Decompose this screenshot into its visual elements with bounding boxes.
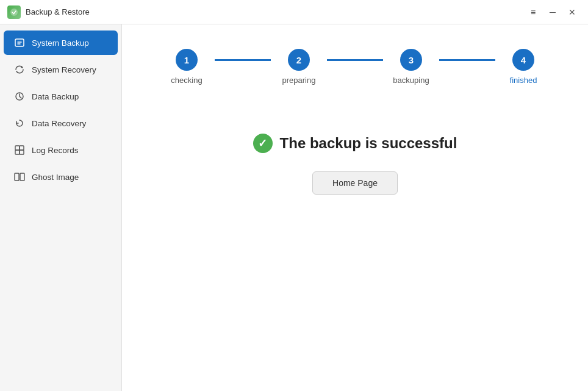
success-message: ✓ The backup is successful (253, 134, 457, 153)
svg-rect-5 (15, 150, 20, 154)
sidebar-item-system-recovery[interactable]: System Recovery (4, 57, 118, 82)
step-label-4: finished (510, 76, 537, 85)
step-connector-3-4 (439, 59, 495, 61)
main-layout: System Backup System Recovery Data Backu… (0, 24, 588, 391)
sidebar-item-data-backup[interactable]: Data Backup (4, 84, 118, 109)
app-title: Backup & Restore (26, 7, 90, 16)
step-connector-2-3 (327, 59, 383, 61)
svg-rect-4 (20, 146, 24, 150)
sidebar-item-data-recovery[interactable]: Data Recovery (4, 111, 118, 135)
log-records-icon (13, 144, 26, 156)
sidebar-item-log-records[interactable]: Log Records (4, 138, 118, 162)
svg-rect-8 (20, 173, 24, 181)
sidebar-label-system-backup: System Backup (32, 38, 89, 48)
content-area: 1 checking 2 preparing 3 backuping (122, 24, 588, 391)
step-circle-1: 1 (176, 49, 198, 71)
svg-rect-6 (20, 150, 24, 154)
sidebar-item-system-backup[interactable]: System Backup (4, 30, 118, 55)
step-1: 1 checking (159, 49, 215, 85)
step-label-3: backuping (393, 76, 429, 85)
step-label-1: checking (171, 76, 202, 85)
close-button[interactable]: ✕ (564, 5, 581, 19)
menu-button[interactable]: ≡ (525, 5, 542, 19)
step-2: 2 preparing (271, 49, 327, 85)
system-backup-icon (13, 37, 26, 49)
title-bar-left: Backup & Restore (7, 5, 90, 19)
step-label-2: preparing (282, 76, 316, 85)
sidebar-label-log-records: Log Records (32, 146, 79, 155)
step-4: 4 finished (495, 49, 551, 85)
success-area: ✓ The backup is successful Home Page (253, 134, 457, 195)
app-icon (7, 5, 21, 19)
check-icon: ✓ (253, 134, 273, 153)
data-recovery-icon (13, 117, 26, 129)
data-backup-icon (13, 90, 26, 102)
sidebar-label-data-backup: Data Backup (32, 92, 79, 101)
step-circle-2: 2 (288, 49, 310, 71)
title-bar: Backup & Restore ≡ ─ ✕ (0, 0, 588, 24)
step-circle-4: 4 (512, 49, 534, 71)
svg-point-0 (10, 9, 18, 16)
svg-rect-7 (15, 173, 19, 181)
step-3: 3 backuping (383, 49, 439, 85)
success-text: The backup is successful (280, 135, 457, 152)
system-recovery-icon (13, 63, 26, 76)
step-connector-1-2 (215, 59, 271, 61)
svg-rect-1 (15, 39, 24, 46)
sidebar: System Backup System Recovery Data Backu… (0, 24, 122, 391)
window-controls: ≡ ─ ✕ (525, 5, 581, 19)
ghost-image-icon (13, 171, 26, 183)
step-circle-3: 3 (400, 49, 422, 71)
home-page-button[interactable]: Home Page (312, 171, 398, 195)
sidebar-label-ghost-image: Ghost Image (32, 173, 79, 182)
sidebar-item-ghost-image[interactable]: Ghost Image (4, 165, 118, 189)
progress-steps: 1 checking 2 preparing 3 backuping (159, 49, 551, 85)
sidebar-label-system-recovery: System Recovery (32, 65, 96, 74)
svg-rect-3 (15, 146, 20, 150)
sidebar-label-data-recovery: Data Recovery (32, 119, 86, 128)
minimize-button[interactable]: ─ (544, 5, 561, 19)
